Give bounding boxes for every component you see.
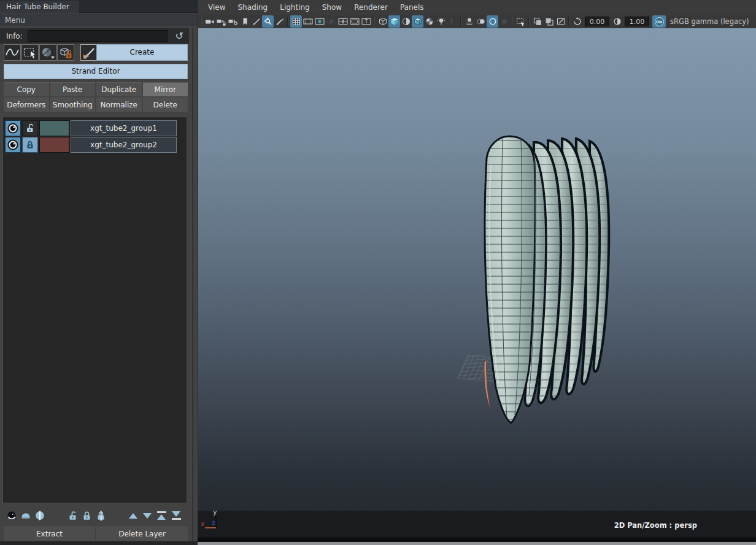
viewport-bottom-bar: 2D Pan/Zoom : persp (198, 511, 756, 538)
view-transform-dropdown[interactable]: sRGB gamma (legacy) (670, 17, 749, 26)
shadows-icon[interactable] (447, 15, 458, 28)
refresh-icon[interactable]: ↺ (176, 31, 183, 41)
create-button[interactable]: Create (96, 44, 188, 61)
camera-lock-icon[interactable] (215, 15, 227, 28)
panel-splitter[interactable] (189, 28, 198, 541)
bookmark-icon[interactable] (239, 15, 250, 28)
pan-zoom-icon[interactable] (262, 15, 274, 28)
menu-panels[interactable]: Panels (398, 3, 426, 12)
shaded-icon[interactable] (388, 15, 400, 28)
menu-renderer[interactable]: Renderer (352, 3, 390, 12)
strand-editor-button[interactable]: Strand Editor (4, 64, 188, 79)
camera-settings-icon[interactable] (227, 15, 239, 28)
layer2-lock-toggle[interactable] (22, 137, 38, 153)
grease-pencil-icon[interactable] (274, 15, 285, 28)
layer1-name-field[interactable] (71, 120, 177, 136)
move-top-icon (157, 511, 166, 520)
viewport-canvas[interactable] (198, 28, 756, 511)
toolbar-separator (199, 16, 204, 27)
gate-mask-icon[interactable] (325, 15, 337, 28)
move-layer-up-button[interactable] (126, 509, 140, 522)
depth-of-field-icon[interactable] (498, 15, 510, 28)
isolate-select-icon[interactable] (515, 15, 526, 28)
image-plane-back-icon[interactable] (543, 15, 555, 28)
gamma-input[interactable] (625, 17, 649, 26)
menu-item-menu[interactable]: Menu (0, 14, 30, 27)
move-layer-down-button[interactable] (141, 509, 154, 522)
lock-strand-button[interactable] (94, 509, 108, 522)
image-plane-icon[interactable] (250, 15, 262, 28)
menu-show[interactable]: Show (320, 3, 344, 12)
svg-text:T: T (364, 19, 368, 25)
layer2-visibility-toggle[interactable] (5, 137, 21, 153)
lock-layers-button[interactable] (80, 509, 94, 522)
layer1-visibility-toggle[interactable] (5, 120, 21, 136)
action-row-1: Copy Paste Duplicate Mirror (4, 82, 188, 96)
lights-icon[interactable] (435, 15, 447, 28)
extract-button[interactable]: Extract (4, 527, 95, 541)
brush-tool-button[interactable] (80, 44, 98, 61)
default-material-icon[interactable] (423, 15, 435, 28)
eye-template-icon (34, 511, 45, 520)
set-template-button[interactable] (33, 509, 47, 522)
menu-shading[interactable]: Shading (236, 3, 269, 12)
image-plane-front-icon[interactable] (531, 15, 543, 28)
toolbar-separator (372, 16, 377, 27)
info-input[interactable] (28, 30, 168, 42)
safe-title-icon[interactable]: T (360, 15, 372, 28)
safe-action-icon[interactable] (349, 15, 360, 28)
move-bottom-icon (172, 511, 181, 520)
info-label: Info: (6, 32, 23, 41)
delete-layer-button[interactable]: Delete Layer (96, 527, 188, 541)
layer2-color-swatch[interactable] (39, 137, 69, 153)
wireframe-icon[interactable] (377, 15, 388, 28)
contrast-icon[interactable] (611, 15, 623, 28)
copy-button[interactable]: Copy (4, 82, 49, 96)
resolution-gate-icon[interactable] (314, 15, 325, 28)
delete-button[interactable]: Delete (143, 98, 188, 112)
eye-open-icon (6, 511, 17, 520)
curve-tool-button[interactable] (4, 44, 21, 61)
duplicate-button[interactable]: Duplicate (96, 82, 142, 96)
deformers-button[interactable]: Deformers (4, 98, 49, 112)
anti-aliasing-icon[interactable] (487, 15, 498, 28)
panel-tabbar: Hair Tube Builder (0, 0, 198, 13)
lock-geometry-icon (58, 46, 73, 60)
marquee-select-button[interactable] (21, 44, 39, 61)
layer1-lock-toggle[interactable] (22, 120, 38, 136)
sphere-display-button[interactable] (39, 44, 56, 61)
move-layer-bottom-button[interactable] (169, 509, 183, 522)
layer2-name-field[interactable] (71, 137, 177, 153)
grid-icon[interactable] (290, 15, 302, 28)
lock-geometry-button[interactable] (57, 44, 74, 61)
set-hidden-button[interactable] (19, 509, 33, 522)
exposure-icon[interactable] (571, 15, 583, 28)
layer1-color-swatch[interactable] (39, 120, 69, 136)
menu-view[interactable]: View (206, 3, 227, 12)
info-strip: Info: ↺ (0, 28, 189, 44)
toolbar-separator (510, 16, 515, 27)
menu-lighting[interactable]: Lighting (278, 3, 312, 12)
field-chart-icon[interactable] (337, 15, 349, 28)
set-visible-button[interactable] (5, 509, 18, 522)
normalize-button[interactable]: Normalize (96, 98, 142, 112)
film-gate-icon[interactable] (302, 15, 314, 28)
motion-blur-icon[interactable] (475, 15, 487, 28)
toolbar-separator (566, 16, 571, 27)
textured-icon[interactable] (400, 15, 412, 28)
paste-button[interactable]: Paste (50, 82, 96, 96)
smoothing-button[interactable]: Smoothing (50, 98, 96, 112)
move-layer-top-button[interactable] (155, 509, 168, 522)
layer-list (2, 117, 187, 503)
camera-icon[interactable] (204, 15, 215, 28)
ao-icon[interactable] (463, 15, 475, 28)
unlock-layers-button[interactable] (66, 509, 80, 522)
snapshot-icon[interactable] (555, 15, 566, 28)
exposure-input[interactable] (585, 17, 609, 26)
color-management-toggle[interactable]: ON (652, 15, 666, 28)
sphere-display-icon (40, 46, 55, 60)
mirror-button[interactable]: Mirror (143, 82, 188, 96)
pan-zoom-hud-label: 2D Pan/Zoom : persp (614, 521, 697, 530)
wireframe-on-shaded-icon[interactable] (412, 15, 423, 28)
tab-hair-tube-builder[interactable]: Hair Tube Builder (0, 1, 79, 13)
